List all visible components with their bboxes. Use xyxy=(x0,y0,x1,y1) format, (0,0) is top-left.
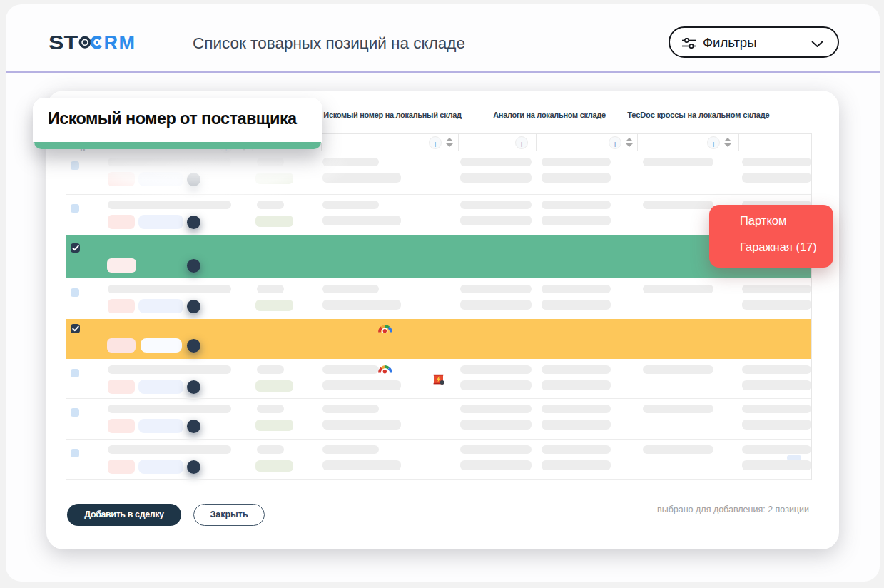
svg-text:RM: RM xyxy=(104,32,136,54)
svg-text:ST: ST xyxy=(49,32,78,54)
